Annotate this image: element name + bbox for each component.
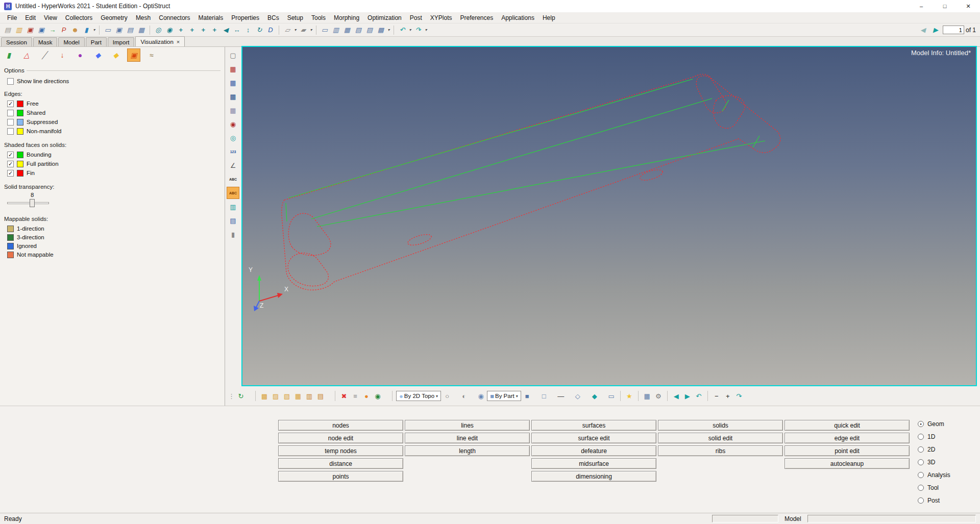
shared-edges[interactable] [286,79,765,227]
zoom-icon[interactable]: ◎ [153,24,164,36]
panel-button[interactable]: length [405,445,530,456]
export-ppt-icon[interactable]: P [58,24,69,36]
dropdown-caret[interactable]: ▾ [453,390,458,402]
edge-suppressed-checkbox[interactable] [7,119,14,126]
tab-import[interactable]: Import [108,37,135,46]
panel-button[interactable]: solid edit [658,433,783,443]
panel-button[interactable]: line edit [405,433,530,443]
labels-icon[interactable]: ABC [227,173,239,185]
tab-session[interactable]: Session [1,37,32,46]
panel-prev-icon[interactable]: ◀ [917,24,928,36]
count-icon[interactable]: ◉ [373,390,383,402]
organize-icon[interactable]: ≡ [350,390,360,402]
visualization-settings-icon[interactable]: ▣ [127,48,140,62]
unmask-all-icon[interactable]: ▧ [282,390,292,402]
tab-mask[interactable]: Mask [33,37,57,46]
graphics-viewport[interactable]: Model Info: Untitled* Y X Z [241,46,977,386]
show-hide-icon[interactable]: ▩ [259,390,270,402]
panel-button[interactable]: ribs [658,445,783,456]
dropdown-caret[interactable]: ▾ [247,390,252,402]
shared-edge[interactable] [311,98,712,219]
tab-visualization[interactable]: Visualization × [135,36,185,46]
delete-icon[interactable]: ✖ [339,390,349,402]
panel-button[interactable]: surface edit [531,433,656,443]
swap-window-icon[interactable]: ▧ [353,24,364,36]
mode-tool[interactable]: Tool [918,484,939,491]
menu-item[interactable]: Help [538,13,559,22]
display-systems-icon[interactable]: ◆ [91,48,105,62]
close-button[interactable]: ✕ [957,0,980,12]
mode-analysis[interactable]: Analysis [918,471,950,479]
menu-item[interactable]: Edit [21,13,40,22]
screen-grab-icon[interactable]: ▤ [125,24,136,36]
save-as-icon[interactable]: ▣ [36,24,47,36]
layout-quad-icon[interactable]: ▦ [341,24,353,36]
next-view-icon[interactable]: ▶ [682,390,693,402]
dropdown-caret[interactable]: ▾ [384,390,388,402]
panel-button[interactable]: lines [405,420,530,431]
panel-button[interactable]: distance [278,458,403,469]
view-normal-icon[interactable]: + [175,24,186,36]
panel-button[interactable]: temp nodes [278,445,403,456]
hole-left[interactable] [407,232,433,247]
measures-icon[interactable]: ∠ [227,159,239,171]
shared-edge[interactable] [288,79,693,198]
unmask-adjacent-icon[interactable]: ▨ [271,390,281,402]
dropdown-caret[interactable]: ▾ [550,390,555,402]
solid-display-icon[interactable]: ▮ [227,228,239,240]
panel-button[interactable]: points [278,471,403,482]
edge-shared-checkbox[interactable] [7,110,14,116]
panel-button[interactable]: dimensioning [531,471,656,482]
clipping-icon[interactable]: ▤ [227,214,239,227]
panel-button[interactable]: edge edit [785,433,910,443]
shared-edge[interactable] [753,136,760,147]
spherical-clip-icon[interactable]: ◉ [227,118,239,130]
panel-button[interactable]: node edit [278,433,403,443]
right-end-flange[interactable] [696,76,726,113]
panel-button[interactable]: nodes [278,420,403,431]
show-line-directions-checkbox[interactable] [7,78,14,85]
dropdown-caret[interactable]: ▾ [293,24,298,36]
smooth-zoom-icon[interactable]: ◉ [164,24,175,36]
panel-button[interactable]: surfaces [531,420,656,431]
rotate-center-icon[interactable]: ◎ [227,132,239,144]
panel-button[interactable]: defeature [531,445,656,456]
arrow-pan-icon[interactable]: ◀ [220,24,231,36]
restore-view-icon[interactable]: ↶ [694,390,704,402]
menu-item[interactable]: Tools [307,13,330,22]
menu-item[interactable]: Applications [497,13,538,22]
mesh-display-dark-icon[interactable]: ▦ [227,90,239,103]
layout-split-icon[interactable]: ▥ [330,24,341,36]
dropdown-caret[interactable]: ▾ [567,390,572,402]
menu-item[interactable]: Mesh [132,13,155,22]
true-view-icon[interactable]: D [265,24,276,36]
left-end-slot[interactable] [288,213,331,255]
edge-nonmanifold-checkbox[interactable] [7,128,14,135]
free-edges[interactable] [282,74,780,290]
dropdown-caret[interactable]: ▾ [92,24,96,36]
cleanup-tools-icon[interactable]: ≈ [145,48,158,62]
transparency-slider[interactable] [7,199,49,207]
display-loads-icon[interactable]: ↓ [56,48,69,62]
isolate-icon[interactable]: ▥ [304,390,314,402]
geometry-wireframe-style-icon[interactable]: ○ [442,390,452,402]
performance-graphics-icon[interactable]: ▭ [606,390,617,402]
element-1d-style-icon[interactable]: — [556,390,566,402]
panel-button[interactable]: quick edit [785,420,910,431]
menu-item[interactable]: Connectors [155,13,194,22]
menu-item[interactable]: Setup [283,13,307,22]
element-shaded-style-icon[interactable]: ■ [522,390,532,402]
tab-close-icon[interactable]: × [177,39,180,45]
zoom-in-icon[interactable]: + [723,390,733,402]
layout-single-icon[interactable]: ▭ [319,24,330,36]
labels-active-icon[interactable]: ABC [227,187,239,199]
mode-1d[interactable]: 1D [918,433,935,440]
panel-next-icon[interactable]: ▶ [930,24,941,36]
browser-layout-icon[interactable]: ▦ [642,390,652,402]
panel-button[interactable]: point edit [785,445,910,456]
menu-item[interactable]: Geometry [96,13,132,22]
feature-angle-icon[interactable]: ◆ [590,390,600,402]
selector-settings-icon[interactable]: ↻ [236,390,246,402]
user-profiles-icon[interactable]: ☻ [69,24,81,36]
report-icon[interactable]: ▮ [81,24,92,36]
